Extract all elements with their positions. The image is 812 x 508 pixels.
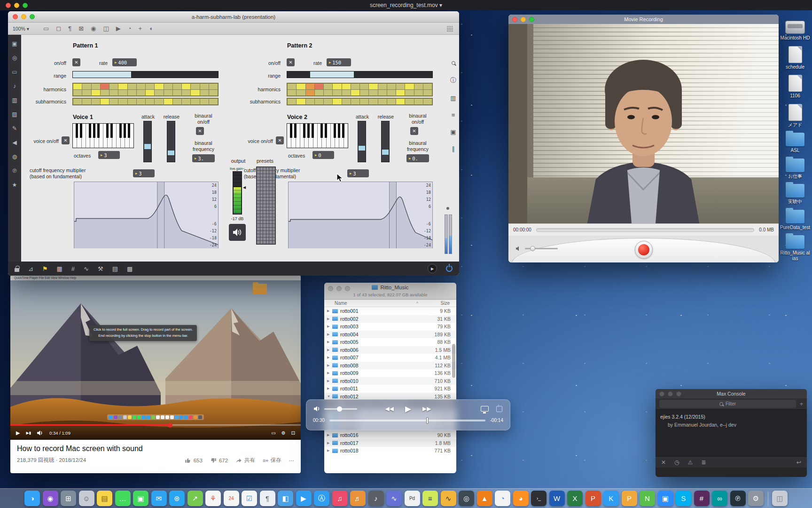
record-button[interactable] [635,241,653,259]
range-slider[interactable] [287,71,433,78]
metro-icon[interactable]: ◔ [128,25,132,32]
attack-slider[interactable] [143,121,152,162]
settings-icon[interactable]: ⚙ [281,430,286,436]
dock-icon-logic-pro[interactable]: ♪ [368,491,384,506]
volume-control[interactable] [516,246,558,251]
finder-titlebar[interactable]: Ritto_Music 1 of 43 selected, 822.07 GB … [324,283,456,300]
dock-icon-textedit[interactable]: ¶ [260,491,275,506]
finder-row[interactable]: ▶rotto010710 KB [324,377,456,385]
console-log[interactable]: ejies 3.2.4 (12/2015) by Emmanuel Jourda… [656,410,807,456]
playhead[interactable] [426,417,429,424]
scrollbar[interactable] [452,344,455,378]
dock-icon-finder[interactable]: ◑ [24,491,40,506]
zoom-control[interactable]: 100% ▾ [13,26,29,32]
note-icon[interactable]: ♪ [13,83,16,89]
patcher-canvas[interactable]: Pattern 1 on/off ✕ rate ▶400 range harmo… [21,35,459,262]
dock-icon-word[interactable]: W [549,491,565,506]
binaural-onoff-checkbox[interactable]: ✕ [196,127,204,135]
slider-icon[interactable]: ◫ [103,25,109,32]
voice-onoff-checkbox[interactable]: ✕ [62,136,70,144]
disclosure-icon[interactable]: ▶ [327,317,332,321]
finder-row[interactable]: ▶rotto01690 KB [324,431,456,439]
forward-button[interactable]: ▶▶ [422,405,431,412]
audio-icon[interactable]: ◖ [149,25,153,32]
p-badge-icon[interactable]: ℗ [13,167,17,174]
gain-pointer-icon[interactable]: ◀ [243,185,246,190]
cutoff-numberbox[interactable]: ▶3 [133,169,155,177]
play-button[interactable]: ▶ [428,264,437,273]
airplay-icon[interactable] [481,406,489,412]
like-button[interactable]: 653 [185,457,203,464]
dock-icon-ableton-live[interactable]: ≡ [422,491,438,506]
disclosure-icon[interactable]: ▶ [327,340,332,344]
share-button[interactable]: 共有 [235,457,255,464]
volume-icon[interactable] [37,430,43,436]
dock-icon-trash[interactable]: ◫ [772,491,788,506]
next-icon[interactable]: ▶▮ [26,431,31,435]
m-badge-icon[interactable]: ◍ [12,153,17,160]
power-icon[interactable] [446,265,453,272]
desktop-icon-1106[interactable]: 1106 [780,75,810,99]
chevron-down-icon[interactable]: ▾ [439,2,442,8]
dock-icon-zoom[interactable]: ▣ [658,491,673,506]
signal-icon[interactable]: ∿ [84,265,89,272]
volume-icon[interactable] [314,406,320,412]
save-button[interactable]: ≡+保存 [263,457,281,464]
warning-icon[interactable]: ⚠ [688,459,693,466]
dock-icon-mail[interactable]: ✉ [151,491,167,506]
finder-row[interactable]: ▶rotto018771 KB [324,447,456,455]
return-icon[interactable]: ↩ [796,459,801,466]
attach-icon[interactable]: ✎ [12,125,17,132]
speaker-button[interactable] [229,224,246,241]
dock-icon-photos[interactable]: ⚘ [205,491,221,506]
volume-slider[interactable] [324,408,357,410]
octaves-numberbox[interactable]: ▶3 [98,151,120,159]
dock-icon-processing[interactable]: ℗ [730,491,746,506]
add-filter-icon[interactable]: + [800,401,803,407]
keyboard-slider[interactable] [72,123,134,148]
layers-icon[interactable]: ▦ [57,265,62,272]
video-viewport[interactable]: QuickTime Player File Edit View Window H… [10,275,301,440]
dock-icon-firefox[interactable]: ◕ [513,491,529,506]
disclosure-icon[interactable]: ▶ [327,449,332,452]
dock-icon-reminders[interactable]: ☑ [242,491,257,506]
timeline-slider[interactable] [329,420,485,421]
dock-icon-arduino[interactable]: ∞ [712,491,727,506]
desktop-icon-schedule[interactable]: schedule [780,46,810,70]
list-icon[interactable]: ≡ [452,111,455,119]
finder-row[interactable]: ▶rotto00231 KB [324,315,456,323]
dock-icon-vlc[interactable]: ▲ [477,491,492,506]
range-slider[interactable] [72,71,219,78]
finder-row[interactable]: ▶rotto0061.5 MB [324,346,456,354]
harmonics-multislider[interactable] [287,83,433,96]
dock-icon-pages[interactable]: P [622,491,637,506]
lock-icon[interactable] [15,268,19,272]
binaural-frequency-numberbox[interactable]: ▶3. [192,154,215,162]
disclosure-icon[interactable]: ▶ [327,364,332,367]
filter-graph[interactable]: 2418126-6-12-18-24 [74,182,219,248]
patcher-titlebar[interactable]: a-harm-subharm-lab (presentation) [8,11,459,23]
dock-icon-keynote[interactable]: K [603,491,619,506]
finder-row[interactable]: ▶rotto0074.1 MB [324,354,456,362]
rate-numberbox[interactable]: ▶150 [327,58,351,66]
dock-icon-audacity[interactable]: ∿ [441,491,456,506]
dock-icon-contacts[interactable]: ☺ [79,491,94,506]
filter-graph[interactable]: 2418126-6-12-18-24 [288,182,433,248]
dock-icon-max[interactable]: ∿ [386,491,402,506]
play-button[interactable]: ▶ [405,404,411,414]
fullscreen-icon[interactable]: ⊡ [291,430,295,436]
tools-icon[interactable]: ⚒ [98,265,103,272]
panel-icon[interactable]: ▭ [12,69,17,75]
filter-input[interactable]: Filter [659,400,796,408]
dock-icon-powerpoint[interactable]: P [586,491,601,506]
info-icon[interactable]: ⓘ [450,76,456,85]
finder-row[interactable]: ▶rotto00379 KB [324,323,456,331]
voice-onoff-checkbox[interactable]: ✕ [276,136,284,144]
dock-icon-garageband[interactable]: ♬ [350,491,366,506]
image-icon[interactable]: ▨ [12,111,17,118]
toolbar-grid-icon[interactable]: ⣿⣿ [446,25,453,32]
star-icon[interactable]: ★ [12,182,17,188]
presentation-mode-icon[interactable]: ⚑ [42,265,48,272]
dock-icon-system-preferences[interactable]: ⚙ [748,491,764,506]
disclosure-icon[interactable]: ▶ [327,333,332,336]
